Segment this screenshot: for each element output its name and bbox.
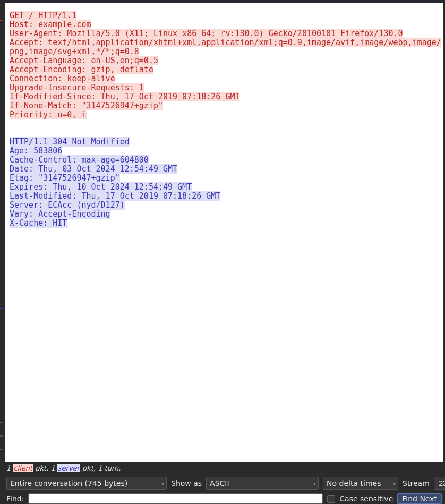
dropdown-arrow-icon: ▾ [390, 481, 396, 486]
response-line[interactable]: Age: 583806 [10, 146, 62, 156]
stream-text[interactable]: GET / HTTP/1.1 Host: example.com User-Ag… [10, 11, 443, 228]
request-line[interactable]: Accept-Encoding: gzip, deflate [10, 65, 153, 74]
find-input[interactable] [28, 493, 323, 504]
summary-mid: pkt, 1 [33, 464, 57, 472]
response-line[interactable]: Etag: "3147526947+gzip" [10, 173, 120, 183]
request-line[interactable]: Accept-Language: en-US,en;q=0.5 [10, 56, 158, 65]
request-line[interactable]: Priority: u=0, i [10, 110, 87, 119]
response-line[interactable]: Last-Modified: Thu, 17 Oct 2019 07:18:26… [10, 191, 220, 201]
request-line[interactable]: If-None-Match: "3147526947+gzip" [10, 101, 163, 110]
conversation-select[interactable]: Entire conversation (745 bytes) ▾ [6, 477, 167, 490]
find-next-button[interactable]: Find Next [397, 493, 442, 504]
stream-content[interactable]: GET / HTTP/1.1 Host: example.com User-Ag… [4, 2, 444, 462]
response-line[interactable]: Cache-Control: max-age=604800 [10, 155, 149, 165]
response-line[interactable]: Vary: Accept-Encoding [10, 209, 110, 219]
packet-summary: 1 client pkt, 1 server pkt, 1 turn. [6, 464, 121, 472]
delta-select[interactable]: No delta times ▾ [323, 477, 398, 490]
request-block: GET / HTTP/1.1 Host: example.com User-Ag… [10, 11, 443, 119]
show-as-select-value: ASCII [210, 479, 229, 488]
find-row: Find: Case sensitive Find Next [6, 494, 442, 503]
response-line[interactable]: X-Cache: HIT [10, 218, 67, 228]
summary-prefix1: 1 [6, 464, 13, 472]
summary-server: server [57, 464, 80, 472]
request-line[interactable]: Accept: text/html,application/xhtml+xml,… [10, 38, 441, 56]
request-line[interactable]: Upgrade-Insecure-Requests: 1 [10, 83, 144, 92]
request-line[interactable]: GET / HTTP/1.1 [10, 11, 76, 20]
packet-gutter [0, 0, 3, 462]
request-line[interactable]: If-Modified-Since: Thu, 17 Oct 2019 07:1… [10, 92, 239, 101]
response-block: HTTP/1.1 304 Not Modified Age: 583806 Ca… [10, 138, 443, 228]
request-line[interactable]: User-Agent: Mozilla/5.0 (X11; Linux x86_… [10, 29, 403, 38]
response-line[interactable]: Server: ECAcc (nyd/D127) [10, 200, 125, 210]
response-line[interactable]: Expires: Thu, 10 Oct 2024 12:54:49 GMT [10, 182, 192, 192]
response-line[interactable]: HTTP/1.1 304 Not Modified [10, 137, 130, 147]
show-as-label: Show as [171, 479, 202, 488]
dropdown-arrow-icon: ▾ [158, 481, 164, 486]
response-line[interactable]: Date: Thu, 03 Oct 2024 12:54:49 GMT [10, 164, 177, 174]
request-line[interactable]: Host: example.com [10, 20, 91, 29]
window-top-bar [0, 0, 445, 2]
delta-select-value: No delta times [327, 479, 381, 488]
controls-row: Entire conversation (745 bytes) ▾ Show a… [6, 477, 442, 490]
summary-client: client [13, 464, 33, 472]
stream-label: Stream [403, 479, 430, 488]
summary-suffix: pkt, 1 turn. [80, 464, 121, 472]
request-line[interactable]: Connection: keep-alive [10, 74, 115, 83]
conversation-select-value: Entire conversation (745 bytes) [10, 479, 127, 488]
show-as-select[interactable]: ASCII ▾ [206, 477, 319, 490]
case-sensitive-checkbox[interactable] [327, 495, 335, 503]
case-sensitive-label: Case sensitive [339, 494, 393, 503]
dropdown-arrow-icon: ▾ [310, 481, 316, 486]
find-label: Find: [6, 494, 24, 503]
stream-spin[interactable]: ▲▼ [434, 477, 445, 490]
find-next-button-label: Find Next [402, 494, 437, 503]
stream-spin-input[interactable] [434, 479, 445, 488]
